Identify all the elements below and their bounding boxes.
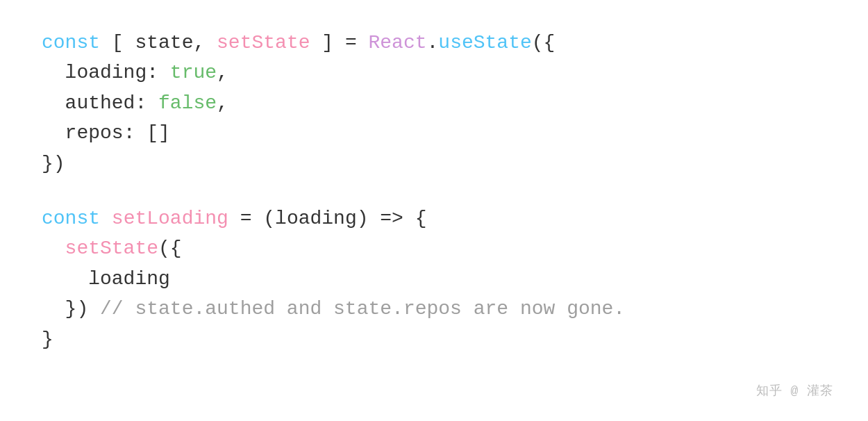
watermark: 知乎 @ 灌茶 [756, 382, 833, 402]
code-token: : [124, 118, 147, 148]
code-token: [] [147, 118, 170, 148]
code-token: } [42, 324, 53, 354]
code-token: repos [42, 118, 124, 148]
code-token: loading [42, 58, 147, 88]
code-token: setState [205, 28, 310, 58]
code-token: false [158, 88, 217, 118]
code-token: ({ [158, 233, 182, 263]
code-token: const [42, 28, 100, 58]
code-line: loading [42, 264, 826, 294]
code-token: , [193, 28, 205, 58]
code-line: const [ state, setState ] = React.useSta… [42, 28, 826, 58]
code-token: const [42, 204, 100, 233]
code-token: // state.authed and state.repos are now … [100, 294, 625, 324]
code-token: : [147, 58, 170, 88]
code-line: const setLoading = (loading) => { [42, 204, 826, 233]
code-token [100, 204, 112, 233]
code-container: const [ state, setState ] = React.useSta… [0, 0, 868, 421]
code-token: authed [42, 88, 135, 118]
code-token: setLoading [112, 204, 228, 233]
code-token: , [217, 88, 228, 118]
code-token: setState [65, 233, 158, 263]
code-line: }) // state.authed and state.repos are n… [42, 294, 826, 324]
code-token: . [427, 28, 439, 58]
code-line: }) [42, 149, 826, 179]
code-token: React [369, 28, 427, 58]
gap [42, 179, 826, 204]
code-token: [ [100, 28, 135, 58]
code-line: loading: true, [42, 58, 826, 88]
code-token: ] = [310, 28, 369, 58]
code-line: } [42, 324, 826, 354]
code-line: repos: [] [42, 118, 826, 148]
code-token: loading [42, 264, 170, 294]
code-block-2: const setLoading = (loading) => { setSta… [42, 204, 826, 354]
code-line: setState({ [42, 233, 826, 263]
code-token: }) [42, 149, 65, 179]
code-token: ) => { [357, 204, 427, 233]
code-token: ({ [532, 28, 556, 58]
code-block-1: const [ state, setState ] = React.useSta… [42, 28, 826, 179]
code-token: loading [275, 204, 357, 233]
code-token: state [135, 28, 193, 58]
code-token: : [135, 88, 158, 118]
code-token: }) [42, 294, 100, 324]
code-token: true [170, 58, 217, 88]
code-token: useState [438, 28, 531, 58]
code-token: = ( [228, 204, 275, 233]
code-line: authed: false, [42, 88, 826, 118]
code-token: , [217, 58, 228, 88]
code-token [42, 233, 65, 263]
